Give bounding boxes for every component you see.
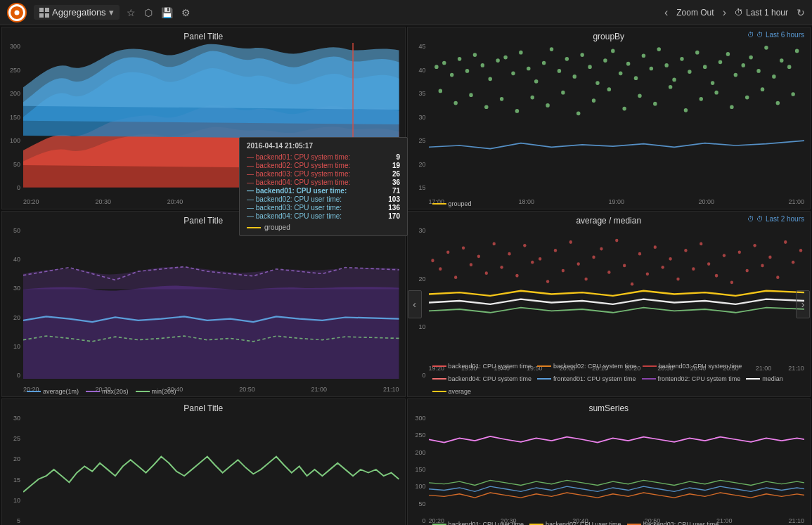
svg-point-86 [484,271,487,275]
svg-point-8 [442,61,446,65]
svg-point-87 [492,242,495,245]
svg-point-97 [569,240,572,244]
zoom-out-button[interactable]: Zoom Out [676,8,714,18]
panel-5-title: Panel Title [2,399,405,415]
panel-4-chart [429,227,805,361]
svg-point-54 [794,49,798,53]
panel-5: Panel Title 30252015105 20:2020:3020:402… [1,398,406,525]
dropdown-chevron-icon: ▾ [109,7,114,18]
save-icon[interactable]: 💾 [161,7,173,18]
dashboard-title-text: Aggregations [52,7,106,18]
svg-point-18 [519,51,522,55]
svg-point-17 [511,71,515,75]
svg-point-114 [700,242,702,245]
panel-2-legend: grouped [432,200,472,207]
svg-point-111 [676,278,679,281]
svg-point-66 [607,87,610,91]
svg-point-25 [572,74,576,79]
svg-point-26 [580,53,584,57]
svg-point-108 [653,245,656,249]
svg-point-81 [446,250,449,254]
svg-point-122 [761,264,763,268]
panel-6-legend: backend01: CPU user time backend02: CPU … [432,521,811,525]
svg-point-110 [669,257,671,261]
panel-4-nav-right[interactable]: › [796,290,810,318]
svg-point-41 [695,51,699,55]
clock-icon: ⏱ [735,8,743,18]
svg-point-52 [780,58,783,63]
topbar: Aggregations ▾ ☆ ⬡ 💾 ⚙ ‹ Zoom Out › ⏱ La… [0,0,812,25]
svg-point-72 [699,97,702,101]
star-icon[interactable]: ☆ [127,7,136,18]
panel-3-chart [23,227,399,379]
svg-point-63 [561,91,565,95]
svg-point-30 [611,49,614,53]
svg-point-92 [531,261,534,264]
svg-point-34 [641,53,645,58]
svg-point-55 [438,89,442,93]
svg-point-64 [576,112,579,116]
svg-point-27 [588,65,591,69]
svg-point-11 [465,69,468,73]
svg-point-48 [749,56,752,60]
svg-point-59 [499,97,503,101]
dashboard-grid: Panel Title 300250200150100500 [0,25,812,525]
svg-point-33 [633,76,637,80]
panel-3-legend: average(1m) max(20s) min(20s) [27,388,176,395]
svg-point-99 [584,278,587,281]
svg-point-101 [600,247,602,251]
svg-point-58 [484,105,488,109]
panel-2-title: groupBy [408,27,811,43]
svg-point-57 [469,93,472,97]
panel-6-y-axis: 300250200150100500 [408,415,429,524]
time-range-picker[interactable]: ⏱ Last 1 hour [735,8,788,18]
refresh-button[interactable]: ↻ [797,7,805,18]
toolbar-icons: ☆ ⬡ 💾 ⚙ [127,7,191,18]
svg-point-117 [722,254,725,257]
svg-point-53 [787,65,790,69]
svg-point-21 [541,61,545,65]
svg-point-31 [618,71,621,75]
panel-5-chart [23,415,399,524]
app-logo[interactable] [7,3,27,22]
svg-point-60 [515,109,518,113]
svg-point-51 [772,74,775,79]
svg-point-112 [684,249,687,252]
panel-4-nav-left[interactable]: ‹ [408,290,422,318]
settings-icon[interactable]: ⚙ [181,7,191,18]
svg-point-37 [664,63,668,67]
dashboard-title-button[interactable]: Aggregations ▾ [34,5,120,20]
svg-point-119 [737,250,740,254]
svg-rect-2 [39,8,44,12]
svg-point-104 [622,264,625,268]
svg-point-79 [431,259,434,262]
panel-2-x-axis: 17:0018:0019:0020:0021:00 [429,198,805,205]
svg-point-39 [680,57,683,61]
panel-6-title: sumSeries [408,399,811,415]
svg-point-22 [549,47,553,51]
svg-point-115 [707,262,709,266]
share-icon[interactable]: ⬡ [144,7,153,18]
grouped-legend-label: grouped [449,200,472,207]
panel-3-y-axis: 50403020100 [2,227,23,379]
panel-1: Panel Title 300250200150100500 [1,27,406,209]
panel-3: Panel Title 50403020100 20:2020:3020:402… [1,211,406,397]
zoom-forward-button[interactable]: › [723,6,726,19]
svg-point-85 [477,254,479,258]
time-range-label: Last 1 hour [746,8,788,18]
svg-point-70 [668,85,671,89]
svg-point-78 [791,92,794,96]
svg-point-1 [15,10,20,15]
svg-point-43 [710,81,714,85]
svg-point-40 [688,70,691,74]
svg-point-10 [457,57,460,61]
svg-point-9 [449,73,453,77]
svg-point-13 [480,63,484,67]
svg-point-45 [726,52,729,56]
svg-point-68 [638,93,641,98]
svg-point-42 [702,65,706,69]
svg-point-118 [730,280,733,284]
panel-1-x-axis: 20:2020:3020:4020:5021:0021:10 [23,198,399,205]
svg-point-35 [649,67,652,71]
zoom-back-button[interactable]: ‹ [664,6,668,19]
